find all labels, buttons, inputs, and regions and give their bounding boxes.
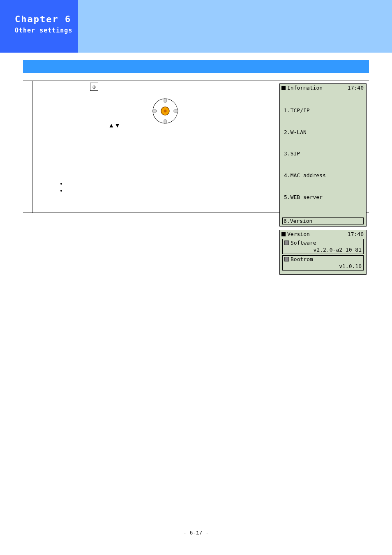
- field-label: Software: [291, 240, 316, 246]
- field-icon: [284, 240, 289, 245]
- screen-clock: 17:40: [348, 85, 364, 91]
- page-header: Chapter 6 Other settings: [0, 0, 392, 53]
- menu-item[interactable]: 3.SIP: [284, 150, 364, 157]
- screen-clock: 17:40: [348, 231, 364, 237]
- screen-title-text: Information: [287, 85, 323, 91]
- chapter-subtitle: Other settings: [15, 27, 78, 34]
- screen-title-text: Version: [287, 231, 310, 237]
- instruction-body: ◎ ▲▼: [32, 81, 369, 213]
- svg-rect-3: [164, 98, 166, 102]
- svg-rect-6: [174, 110, 178, 112]
- field-value: v1.0.10: [283, 263, 363, 270]
- menu-item[interactable]: 5.WEB server: [284, 194, 364, 201]
- dpad-illustration: [152, 97, 179, 127]
- instruction-panel: ◎ ▲▼: [23, 81, 369, 213]
- chapter-block: Chapter 6 Other settings: [0, 0, 78, 53]
- menu-item[interactable]: 2.W-LAN: [284, 129, 364, 136]
- info-menu-list: 1.TCP/IP 2.W-LAN 3.SIP 4.MAC address 5.W…: [280, 92, 366, 217]
- version-screen: Version 17:40 Software v2.2.0-a2 10 81 B…: [279, 230, 367, 275]
- menu-item-selected[interactable]: 6.Version: [282, 217, 364, 224]
- center-key-icon: ◎: [90, 83, 98, 91]
- chapter-title: Chapter 6: [15, 14, 78, 24]
- title-marker-icon: [281, 232, 286, 236]
- field-value: v2.2.0-a2 10 81: [283, 246, 363, 254]
- title-marker-icon: [281, 86, 286, 90]
- information-screen: Information 17:40 1.TCP/IP 2.W-LAN 3.SIP…: [279, 83, 367, 227]
- step-number-column: [23, 81, 32, 213]
- page-footer: - 6-17 -: [0, 530, 392, 536]
- svg-rect-5: [152, 110, 157, 112]
- screen-titlebar: Information 17:40: [280, 84, 366, 92]
- screen-titlebar: Version 17:40: [280, 230, 366, 238]
- field-icon: [284, 257, 289, 261]
- svg-point-2: [164, 110, 167, 113]
- field-label: Bootrom: [291, 256, 313, 262]
- up-down-icon: ▲▼: [108, 122, 120, 129]
- menu-item[interactable]: 1.TCP/IP: [284, 107, 364, 114]
- version-row-bootrom: Bootrom v1.0.10: [282, 255, 364, 271]
- svg-rect-4: [164, 120, 166, 124]
- section-heading-bar: [23, 60, 369, 73]
- device-screens: Information 17:40 1.TCP/IP 2.W-LAN 3.SIP…: [279, 83, 367, 278]
- version-row-software: Software v2.2.0-a2 10 81: [282, 239, 364, 254]
- menu-item[interactable]: 4.MAC address: [284, 172, 364, 179]
